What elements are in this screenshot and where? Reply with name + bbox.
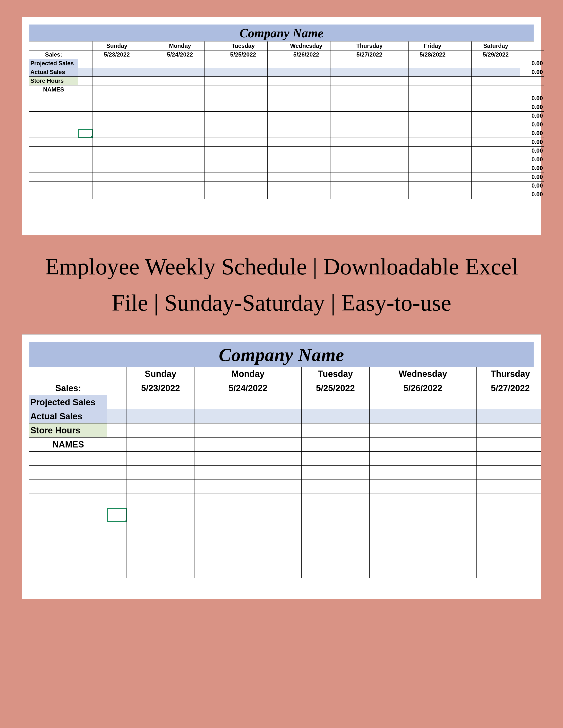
- cell[interactable]: [126, 480, 194, 494]
- cell[interactable]: [476, 409, 541, 423]
- cell[interactable]: [141, 181, 156, 190]
- cell[interactable]: [331, 181, 345, 190]
- cell[interactable]: [214, 536, 282, 550]
- cell[interactable]: [471, 129, 520, 138]
- cell[interactable]: [141, 146, 156, 155]
- cell[interactable]: [457, 190, 471, 199]
- cell[interactable]: [219, 155, 267, 164]
- cell[interactable]: [126, 409, 194, 423]
- cell[interactable]: [141, 111, 156, 120]
- cell[interactable]: [282, 146, 331, 155]
- cell[interactable]: [389, 438, 457, 452]
- cell[interactable]: [282, 409, 302, 423]
- cell[interactable]: [302, 564, 370, 578]
- cell[interactable]: [471, 181, 520, 190]
- cell[interactable]: [457, 438, 476, 452]
- cell[interactable]: [457, 181, 471, 190]
- cell[interactable]: [331, 103, 345, 111]
- cell[interactable]: [302, 409, 370, 423]
- cell[interactable]: [389, 466, 457, 480]
- cell[interactable]: [92, 111, 141, 120]
- cell[interactable]: [204, 68, 219, 76]
- cell[interactable]: [78, 94, 92, 103]
- cell[interactable]: [219, 59, 267, 68]
- cell[interactable]: [457, 480, 476, 494]
- cell[interactable]: [331, 76, 345, 85]
- cell[interactable]: [219, 146, 267, 155]
- cell[interactable]: [204, 173, 219, 181]
- cell[interactable]: [389, 423, 457, 438]
- cell[interactable]: [107, 409, 126, 423]
- cell[interactable]: [394, 164, 408, 173]
- cell[interactable]: [92, 120, 141, 129]
- cell[interactable]: [476, 494, 541, 508]
- cell[interactable]: [107, 494, 126, 508]
- cell[interactable]: [345, 76, 394, 85]
- cell[interactable]: [194, 564, 214, 578]
- cell[interactable]: [194, 452, 214, 466]
- cell[interactable]: [141, 190, 156, 199]
- name-cell[interactable]: [29, 181, 78, 190]
- cell[interactable]: [457, 423, 476, 438]
- cell[interactable]: [156, 85, 204, 94]
- cell[interactable]: [92, 129, 141, 138]
- cell[interactable]: [345, 111, 394, 120]
- cell[interactable]: [92, 59, 141, 68]
- cell[interactable]: [370, 409, 389, 423]
- cell[interactable]: [267, 68, 282, 76]
- cell[interactable]: [78, 173, 92, 181]
- cell[interactable]: [394, 155, 408, 164]
- cell[interactable]: [394, 59, 408, 68]
- cell[interactable]: [476, 438, 541, 452]
- cell[interactable]: [370, 564, 389, 578]
- name-cell[interactable]: [29, 146, 78, 155]
- name-cell[interactable]: [29, 173, 78, 181]
- name-cell[interactable]: [29, 164, 78, 173]
- cell[interactable]: [394, 138, 408, 146]
- cell[interactable]: [156, 59, 204, 68]
- cell[interactable]: [78, 164, 92, 173]
- cell[interactable]: [141, 120, 156, 129]
- cell[interactable]: [345, 103, 394, 111]
- cell[interactable]: [214, 438, 282, 452]
- cell[interactable]: [282, 103, 331, 111]
- cell[interactable]: [476, 395, 541, 409]
- cell[interactable]: [345, 173, 394, 181]
- cell[interactable]: [219, 76, 267, 85]
- cell[interactable]: [476, 536, 541, 550]
- cell[interactable]: [282, 536, 302, 550]
- cell[interactable]: [471, 68, 520, 76]
- cell[interactable]: [267, 138, 282, 146]
- cell[interactable]: [282, 76, 331, 85]
- cell[interactable]: [156, 146, 204, 155]
- cell[interactable]: [156, 103, 204, 111]
- cell[interactable]: [471, 138, 520, 146]
- cell[interactable]: [141, 138, 156, 146]
- cell[interactable]: [282, 155, 331, 164]
- cell[interactable]: [471, 190, 520, 199]
- name-cell[interactable]: [29, 138, 78, 146]
- cell[interactable]: [78, 111, 92, 120]
- cell[interactable]: [282, 85, 331, 94]
- cell[interactable]: [457, 94, 471, 103]
- cell[interactable]: [126, 452, 194, 466]
- name-cell[interactable]: [29, 120, 78, 129]
- cell[interactable]: [471, 120, 520, 129]
- cell[interactable]: [156, 76, 204, 85]
- cell[interactable]: [331, 111, 345, 120]
- cell[interactable]: [282, 164, 331, 173]
- cell[interactable]: [471, 59, 520, 68]
- cell[interactable]: [156, 68, 204, 76]
- cell[interactable]: [126, 522, 194, 536]
- cell[interactable]: [78, 68, 92, 76]
- cell[interactable]: [107, 550, 126, 564]
- cell[interactable]: [282, 173, 331, 181]
- cell[interactable]: [331, 173, 345, 181]
- cell[interactable]: [476, 550, 541, 564]
- cell[interactable]: [471, 155, 520, 164]
- cell[interactable]: [331, 120, 345, 129]
- cell[interactable]: [370, 395, 389, 409]
- cell[interactable]: [282, 111, 331, 120]
- cell[interactable]: [345, 181, 394, 190]
- cell[interactable]: [141, 85, 156, 94]
